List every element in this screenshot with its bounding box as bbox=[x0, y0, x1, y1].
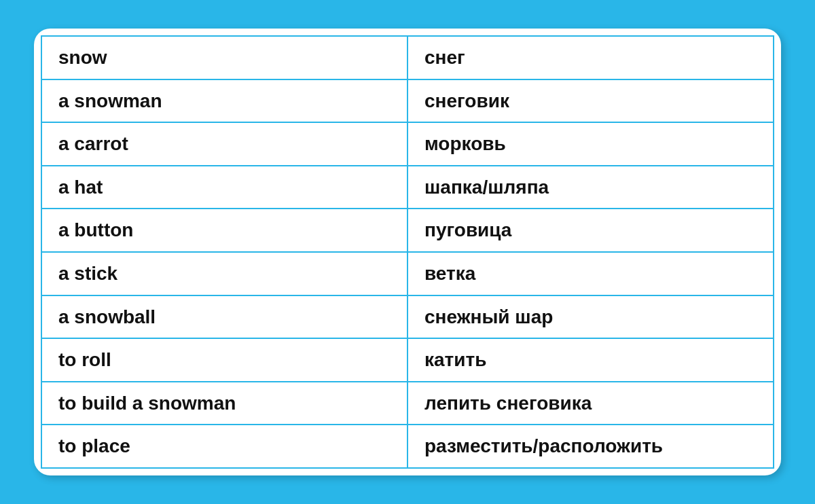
table-row: to rollкатить bbox=[41, 338, 774, 382]
russian-cell: снег bbox=[408, 36, 774, 79]
russian-cell: лепить снеговика bbox=[408, 382, 774, 425]
russian-cell: ветка bbox=[408, 252, 774, 295]
english-cell: to roll bbox=[41, 338, 408, 382]
russian-cell: шапка/шляпа bbox=[408, 166, 774, 209]
russian-cell: пуговица bbox=[408, 209, 774, 252]
russian-cell: катить bbox=[408, 338, 774, 382]
english-cell: a carrot bbox=[41, 122, 408, 166]
english-cell: a button bbox=[41, 209, 408, 252]
table-row: a buttonпуговица bbox=[41, 209, 774, 252]
russian-cell: снеговик bbox=[408, 79, 774, 123]
table-row: a carrotморковь bbox=[41, 122, 774, 166]
vocabulary-card: snowснегa snowmanснеговикa carrotморковь… bbox=[34, 29, 781, 475]
russian-cell: разместить/расположить bbox=[408, 425, 774, 468]
table-row: a stickветка bbox=[41, 252, 774, 295]
table-row: a snowmanснеговик bbox=[41, 79, 774, 123]
english-cell: a stick bbox=[41, 252, 408, 295]
english-cell: a hat bbox=[41, 166, 408, 209]
table-row: snowснег bbox=[41, 36, 774, 79]
table-row: to build a snowmanлепить снеговика bbox=[41, 382, 774, 425]
english-cell: snow bbox=[41, 36, 408, 79]
english-cell: a snowball bbox=[41, 295, 408, 339]
table-row: to placeразместить/расположить bbox=[41, 425, 774, 468]
russian-cell: морковь bbox=[408, 122, 774, 166]
table-row: a snowballснежный шар bbox=[41, 295, 774, 339]
english-cell: to place bbox=[41, 425, 408, 468]
table-row: a hatшапка/шляпа bbox=[41, 166, 774, 209]
russian-cell: снежный шар bbox=[408, 295, 774, 339]
vocabulary-table: snowснегa snowmanснеговикa carrotморковь… bbox=[41, 35, 774, 469]
english-cell: to build a snowman bbox=[41, 382, 408, 425]
english-cell: a snowman bbox=[41, 79, 408, 123]
